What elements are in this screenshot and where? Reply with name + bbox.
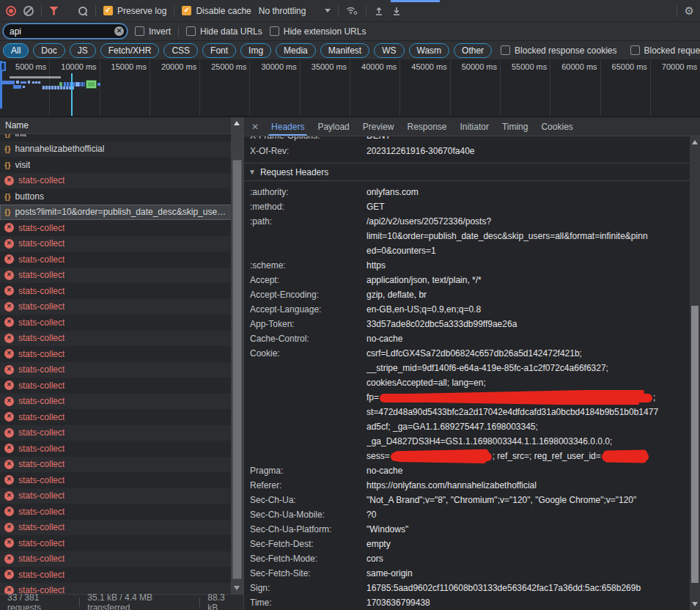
request-row[interactable]: {}posts?limit=10&order=publish_date_desc… [0,205,243,221]
request-row[interactable]: stats-collect [0,299,243,315]
type-chip-other[interactable]: Other [454,43,492,58]
request-row[interactable]: stats-collect [0,173,243,189]
request-headers-section[interactable]: ▼Request Headers [244,163,690,181]
request-row[interactable]: stats-collect [0,567,243,583]
request-row[interactable]: stats-collect [0,362,243,378]
tab-response[interactable]: Response [400,117,453,136]
request-row[interactable]: stats-collect [0,425,243,441]
disable-cache-checkbox[interactable] [182,6,191,15]
checkbox-icon[interactable] [630,45,640,55]
filter-toggle-blocked-requests[interactable]: Blocked requests [630,45,700,56]
type-chip-media[interactable]: Media [276,43,316,58]
tab-headers[interactable]: Headers [265,117,311,136]
type-chip-img[interactable]: Img [240,43,271,58]
request-row[interactable]: stats-collect [0,315,243,331]
clear-filter-icon[interactable]: ✕ [114,26,124,36]
preserve-log-label: Preserve log [117,6,166,16]
request-row[interactable]: stats-collect [0,394,243,410]
request-row[interactable]: stats-collect [0,251,243,268]
scroll-down-icon[interactable] [692,602,698,606]
type-chip-wasm[interactable]: Wasm [409,43,450,58]
type-chip-manifest[interactable]: Manifest [320,43,369,58]
tab-cookies[interactable]: Cookies [534,117,579,136]
checkbox-icon[interactable] [501,45,510,55]
preserve-log-toggle[interactable]: Preserve log [103,6,166,16]
preserve-log-checkbox[interactable] [103,6,113,15]
type-chip-fetch-xhr[interactable]: Fetch/XHR [100,43,160,58]
type-chip-css[interactable]: CSS [163,43,198,58]
request-row[interactable]: {}hannahelizabethofficial [0,142,243,158]
hide-data-urls-toggle[interactable]: Hide data URLs [186,26,262,37]
request-row[interactable]: stats-collect [0,331,243,347]
header-row: Time:1703636799438 [244,595,690,610]
tab-initiator[interactable]: Initiator [454,117,495,136]
hide-extension-urls-checkbox[interactable] [270,26,279,36]
error-icon [4,460,14,469]
scroll-down-icon[interactable] [234,586,240,590]
request-row[interactable]: stats-collect [0,283,243,299]
type-chip-js[interactable]: JS [70,43,96,58]
request-name: stats-collect [18,238,65,249]
record-icon[interactable] [6,6,16,16]
type-chip-font[interactable]: Font [202,43,236,58]
request-row[interactable]: {}buttons [0,188,243,205]
request-row[interactable]: {}init [0,134,243,142]
throttling-select[interactable]: No throttling [259,6,331,16]
filter-input[interactable] [3,23,128,39]
request-row[interactable]: stats-collect [0,504,243,520]
request-name: stats-collect [18,349,65,359]
clear-icon[interactable] [23,6,34,16]
header-value: application/json, text/plain, */* [366,273,690,287]
scrollbar-thumb[interactable] [691,306,699,583]
tab-timing[interactable]: Timing [495,117,535,136]
type-chip-all[interactable]: All [3,43,29,58]
request-row[interactable]: stats-collect [0,551,243,567]
fetch-icon: {} [4,192,11,201]
disable-cache-toggle[interactable]: Disable cache [182,6,251,16]
type-chip-doc[interactable]: Doc [33,43,65,58]
request-row[interactable]: stats-collect [0,409,243,425]
request-row[interactable]: stats-collect [0,378,243,394]
header-row: :path:/api2/v2/users/20572336/posts?limi… [244,214,690,258]
type-chip-ws[interactable]: WS [374,43,404,58]
name-column-header[interactable]: Name [0,117,243,134]
filter-toggle-blocked-response-cookies[interactable]: Blocked response cookies [501,45,616,56]
chevron-down-icon [325,9,331,12]
request-row[interactable]: stats-collect [0,583,243,595]
import-har-icon[interactable] [374,6,384,16]
request-row[interactable]: stats-collect [0,535,243,551]
tab-preview[interactable]: Preview [356,117,401,136]
request-list-scrollbar[interactable] [231,117,243,594]
request-row[interactable]: stats-collect [0,268,243,284]
request-row[interactable]: stats-collect [0,441,243,457]
search-icon[interactable] [78,6,88,16]
request-name: stats-collect [18,585,65,594]
header-row: Cookie:csrf=LdfcGX4Sa72db06824c657db26a5… [244,346,690,463]
request-row[interactable]: stats-collect [0,220,243,236]
tab-payload[interactable]: Payload [311,117,355,136]
network-overview[interactable]: 5000 ms10000 ms15000 ms20000 ms25000 ms3… [0,60,700,117]
hide-data-urls-checkbox[interactable] [186,26,196,36]
header-value: https [366,258,690,273]
export-har-icon[interactable] [391,6,402,16]
close-icon[interactable]: ✕ [250,122,265,132]
invert-toggle[interactable]: Invert [135,26,171,37]
header-row: Accept-Language:en-GB,en-US;q=0.9,en;q=0… [244,302,690,317]
header-value-line: "Windows" [366,522,690,537]
scroll-up-icon[interactable] [692,140,698,144]
request-row[interactable]: stats-collect [0,457,243,473]
detail-scrollbar[interactable] [690,136,700,610]
request-row[interactable]: {}visit [0,157,243,173]
request-row[interactable]: stats-collect [0,472,243,488]
request-row[interactable]: stats-collect [0,236,243,252]
request-row[interactable]: stats-collect [0,346,243,362]
request-row[interactable]: stats-collect [0,488,243,504]
request-row[interactable]: stats-collect [0,520,243,536]
scrollbar-thumb[interactable] [232,160,242,579]
scroll-up-icon[interactable] [234,121,240,125]
invert-checkbox[interactable] [135,26,144,36]
hide-extension-urls-toggle[interactable]: Hide extension URLs [270,26,366,37]
filter-icon[interactable] [49,7,59,15]
network-conditions-icon[interactable] [346,6,358,15]
settings-gear-icon[interactable]: ⚙ [685,5,694,16]
